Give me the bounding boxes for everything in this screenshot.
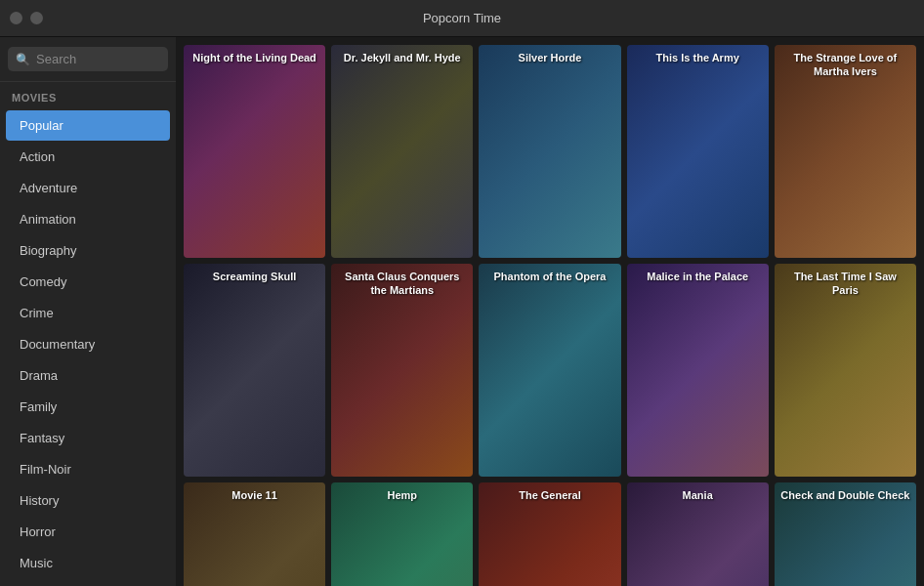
movie-card[interactable]: Santa Claus Conquers the Martians [331, 264, 473, 477]
close-button[interactable] [10, 12, 22, 24]
search-input[interactable] [36, 52, 160, 66]
app-title: Popcorn Time [423, 11, 501, 25]
minimize-button[interactable] [30, 12, 43, 24]
movie-title: This Is the Army [627, 45, 769, 70]
sidebar-item-family[interactable]: Family [6, 392, 170, 422]
movie-card[interactable]: Check and Double Check [775, 482, 916, 586]
movie-title: The Strange Love of Martha Ivers [775, 45, 916, 85]
movie-title: Phantom of the Opera [479, 264, 620, 289]
sidebar-item-drama[interactable]: Drama [6, 360, 170, 391]
window-controls [10, 12, 43, 24]
movie-card[interactable]: This Is the Army [627, 45, 769, 258]
movie-card[interactable]: Night of the Living Dead [184, 45, 325, 258]
movie-card[interactable]: The Strange Love of Martha Ivers [775, 45, 916, 258]
movie-grid: Night of the Living DeadDr. Jekyll and M… [184, 45, 916, 586]
sidebar-item-history[interactable]: History [6, 485, 170, 516]
movie-card[interactable]: Hemp [331, 482, 473, 586]
sidebar-item-fantasy[interactable]: Fantasy [6, 423, 170, 453]
titlebar: Popcorn Time [0, 0, 924, 37]
movie-title: Check and Double Check [775, 482, 916, 508]
movie-title: Dr. Jekyll and Mr. Hyde [331, 45, 473, 70]
sidebar-item-crime[interactable]: Crime [6, 298, 170, 328]
movie-card[interactable]: Movie 11 [184, 482, 325, 586]
sidebar-item-comedy[interactable]: Comedy [6, 267, 170, 297]
movie-card[interactable]: Mania [627, 482, 769, 586]
sidebar-item-musical[interactable]: Musical [6, 579, 170, 586]
movie-card[interactable]: Screaming Skull [184, 264, 325, 477]
search-box: 🔍 [8, 47, 168, 71]
movie-card[interactable]: Silver Horde [479, 45, 620, 258]
movie-title: Hemp [331, 482, 473, 508]
movies-section-label: Movies [0, 82, 176, 109]
sidebar: 🔍 Movies PopularActionAdventureAnimation… [0, 37, 176, 586]
movie-title: Mania [627, 482, 769, 508]
movie-title: Night of the Living Dead [184, 45, 325, 70]
sidebar-item-biography[interactable]: Biography [6, 235, 170, 266]
movie-title: Santa Claus Conquers the Martians [331, 264, 473, 304]
search-container: 🔍 [0, 37, 176, 82]
movie-title: Silver Horde [479, 45, 620, 70]
movie-title: The Last Time I Saw Paris [775, 264, 916, 304]
sidebar-item-action[interactable]: Action [6, 142, 170, 172]
sidebar-item-horror[interactable]: Horror [6, 517, 170, 547]
movie-title: Screaming Skull [184, 264, 325, 289]
sidebar-item-film-noir[interactable]: Film-Noir [6, 454, 170, 484]
movie-card[interactable]: Malice in the Palace [627, 264, 769, 477]
movie-card[interactable]: Dr. Jekyll and Mr. Hyde [331, 45, 473, 258]
movie-title: Movie 11 [184, 482, 325, 508]
content-area[interactable]: Night of the Living DeadDr. Jekyll and M… [176, 37, 924, 586]
sidebar-item-animation[interactable]: Animation [6, 204, 170, 234]
movie-title: Malice in the Palace [627, 264, 769, 289]
sidebar-item-documentary[interactable]: Documentary [6, 329, 170, 359]
nav-items: PopularActionAdventureAnimationBiography… [0, 109, 176, 586]
search-icon: 🔍 [16, 53, 30, 66]
main-container: 🔍 Movies PopularActionAdventureAnimation… [0, 37, 924, 586]
sidebar-item-adventure[interactable]: Adventure [6, 173, 170, 203]
movie-card[interactable]: The General [479, 482, 620, 586]
movie-title: The General [479, 482, 620, 508]
movie-card[interactable]: The Last Time I Saw Paris [775, 264, 916, 477]
sidebar-item-music[interactable]: Music [6, 548, 170, 578]
movie-card[interactable]: Phantom of the Opera [479, 264, 620, 477]
sidebar-item-popular[interactable]: Popular [6, 110, 170, 141]
